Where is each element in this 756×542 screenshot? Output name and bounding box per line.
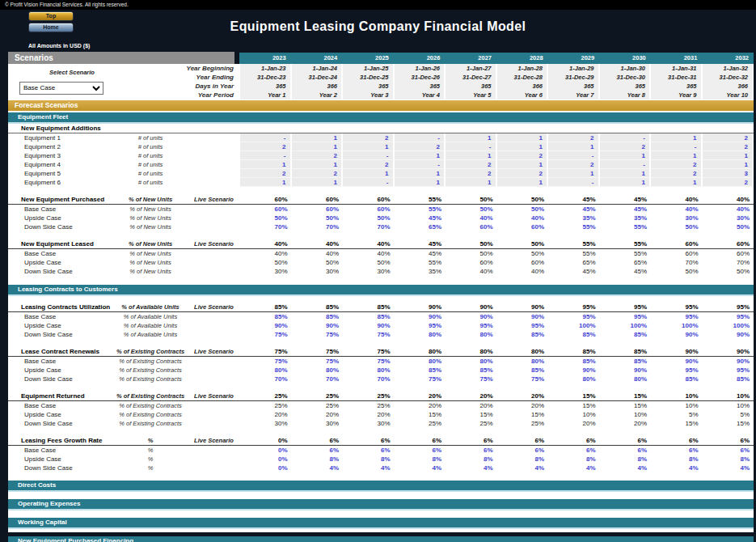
cell[interactable]: 4% <box>497 464 549 472</box>
cell[interactable]: 80% <box>240 366 292 375</box>
cell[interactable]: 8% <box>446 455 497 464</box>
cell[interactable]: 20% <box>446 401 497 410</box>
cell[interactable]: 95% <box>703 303 754 311</box>
cell[interactable] <box>703 124 754 133</box>
cell[interactable]: 70% <box>343 375 395 383</box>
cell[interactable]: 55% <box>548 249 600 258</box>
cell[interactable]: 4% <box>292 464 344 472</box>
cell[interactable]: 2 <box>548 160 600 169</box>
cell[interactable]: 1 <box>240 178 292 187</box>
cell[interactable]: 90% <box>600 366 652 375</box>
cell[interactable]: - <box>343 151 395 160</box>
cell[interactable]: 45% <box>548 205 600 214</box>
cell[interactable]: Year 1 <box>240 91 292 100</box>
cell[interactable]: 50% <box>446 239 497 248</box>
cell[interactable]: 15% <box>548 392 600 400</box>
cell[interactable]: 365 <box>600 82 652 91</box>
cell[interactable]: 2 <box>600 142 652 151</box>
cell[interactable]: 70% <box>651 258 703 267</box>
cell[interactable]: 15% <box>703 419 754 428</box>
cell[interactable]: 1-Jan-32 <box>703 64 754 73</box>
cell[interactable]: 85% <box>548 330 600 339</box>
cell[interactable]: 85% <box>343 303 395 311</box>
cell[interactable]: 31-Dec-28 <box>497 73 549 82</box>
cell[interactable]: 40% <box>651 195 703 204</box>
cell[interactable]: 6% <box>651 436 703 445</box>
cell[interactable]: 366 <box>292 82 344 91</box>
cell[interactable]: - <box>240 133 292 142</box>
cell[interactable]: 20% <box>548 419 600 428</box>
cell[interactable] <box>497 124 549 133</box>
cell[interactable]: 6% <box>703 436 754 445</box>
cell[interactable]: - <box>600 133 652 142</box>
cell[interactable]: 75% <box>292 347 344 356</box>
cell[interactable]: 1 <box>292 133 344 142</box>
cell[interactable]: 60% <box>343 205 395 214</box>
cell[interactable]: 40% <box>446 214 497 222</box>
cell[interactable]: 4% <box>703 464 754 472</box>
cell[interactable]: 85% <box>497 366 549 375</box>
cell[interactable]: 95% <box>600 303 652 311</box>
cell[interactable]: 90% <box>446 303 497 311</box>
cell[interactable]: 45% <box>548 267 600 276</box>
cell[interactable]: 30% <box>292 267 344 276</box>
cell[interactable]: 1 <box>395 151 446 160</box>
cell[interactable]: 2 <box>343 160 395 169</box>
cell[interactable]: 8% <box>703 455 754 464</box>
cell[interactable]: 85% <box>446 366 497 375</box>
cell[interactable]: 30% <box>292 419 344 428</box>
cell[interactable]: 55% <box>600 249 652 258</box>
cell[interactable]: 45% <box>600 205 652 214</box>
cell[interactable]: 50% <box>703 222 754 231</box>
cell[interactable]: 0% <box>240 436 292 445</box>
cell[interactable]: 75% <box>395 375 446 383</box>
cell[interactable]: 95% <box>548 312 600 321</box>
cell[interactable]: 25% <box>240 392 292 400</box>
cell[interactable]: 2 <box>343 133 395 142</box>
cell[interactable]: 50% <box>497 249 549 258</box>
cell[interactable]: 1 <box>651 151 703 160</box>
cell[interactable]: 6% <box>395 436 446 445</box>
cell[interactable]: 55% <box>548 222 600 231</box>
cell[interactable]: 30% <box>343 267 395 276</box>
cell[interactable]: - <box>395 160 446 169</box>
cell[interactable]: 90% <box>497 312 549 321</box>
cell[interactable]: 0% <box>240 455 292 464</box>
cell[interactable]: 20% <box>240 410 292 419</box>
cell[interactable]: 60% <box>292 195 344 204</box>
cell[interactable]: 75% <box>240 330 292 339</box>
cell[interactable]: 4% <box>446 464 497 472</box>
cell[interactable]: 85% <box>240 312 292 321</box>
cell[interactable]: - <box>343 178 395 187</box>
cell[interactable]: 70% <box>240 375 292 383</box>
cell[interactable]: 55% <box>600 222 652 231</box>
cell[interactable]: Year 9 <box>651 91 703 100</box>
cell[interactable]: 2 <box>548 133 600 142</box>
cell[interactable]: 10% <box>651 401 703 410</box>
cell[interactable]: 15% <box>395 410 446 419</box>
cell[interactable]: 6% <box>446 436 497 445</box>
cell[interactable]: 10% <box>651 392 703 400</box>
cell[interactable]: 55% <box>548 239 600 248</box>
cell[interactable]: 1 <box>446 133 497 142</box>
cell[interactable]: 25% <box>240 401 292 410</box>
cell[interactable]: 70% <box>343 222 395 231</box>
cell[interactable]: 60% <box>703 249 754 258</box>
cell[interactable]: 40% <box>497 214 549 222</box>
cell[interactable]: 85% <box>343 312 395 321</box>
cell[interactable]: 85% <box>548 347 600 356</box>
cell[interactable]: 75% <box>240 357 292 366</box>
cell[interactable]: 20% <box>497 401 549 410</box>
cell[interactable]: 1 <box>548 142 600 151</box>
cell[interactable]: 31-Dec-29 <box>548 73 600 82</box>
cell[interactable]: 15% <box>600 401 652 410</box>
cell[interactable]: 95% <box>600 312 652 321</box>
cell[interactable]: 6% <box>446 446 497 455</box>
cell[interactable]: 10% <box>703 401 754 410</box>
cell[interactable]: 90% <box>240 321 292 330</box>
cell[interactable]: 60% <box>446 258 497 267</box>
cell[interactable]: 75% <box>497 375 549 383</box>
cell[interactable]: 45% <box>600 195 652 204</box>
cell[interactable]: 25% <box>292 392 344 400</box>
cell[interactable]: Year 7 <box>548 91 600 100</box>
